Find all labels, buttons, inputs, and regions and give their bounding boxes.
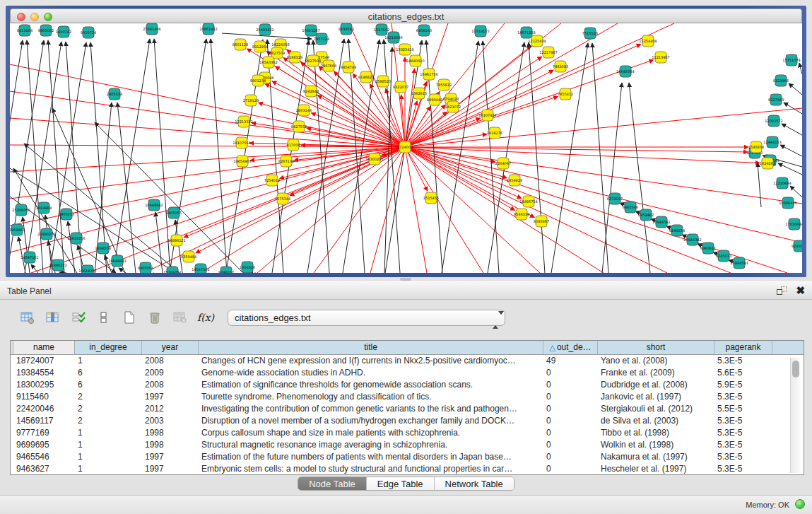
table-mode-icon[interactable] xyxy=(20,310,35,325)
graph-edge[interactable] xyxy=(778,163,802,175)
table-cell-title[interactable]: Investigating the contribution of common… xyxy=(199,403,543,415)
delete-column-icon[interactable] xyxy=(147,310,163,325)
table-cell-title[interactable]: Embryonic stem cells: a model to study s… xyxy=(199,463,543,475)
table-cell-in_degree[interactable]: 2 xyxy=(75,391,142,403)
network-canvas[interactable]: 8413104990505214007429055724276914062086… xyxy=(10,23,802,273)
graph-edge[interactable] xyxy=(211,39,227,273)
table-cell-in_degree[interactable]: 6 xyxy=(75,367,142,379)
table-cell-year[interactable]: 1997 xyxy=(142,451,199,463)
scrollbar-thumb[interactable] xyxy=(792,361,799,378)
graph-edge[interactable] xyxy=(259,103,405,147)
graph-edge[interactable] xyxy=(385,40,422,273)
delete-table-icon[interactable] xyxy=(172,310,188,325)
table-cell-in_degree[interactable]: 2 xyxy=(75,403,142,415)
table-cell-year[interactable]: 1997 xyxy=(142,391,199,403)
table-cell-short[interactable]: Yano et al. (2008) xyxy=(598,355,714,367)
table-cell-year[interactable]: 2012 xyxy=(142,403,199,415)
new-column-icon[interactable] xyxy=(122,310,137,325)
table-cell-in_degree[interactable]: 6 xyxy=(75,379,142,391)
table-cell-pagerank[interactable]: 5.5E-5 xyxy=(714,403,772,415)
table-cell-short[interactable]: Hescheler et al. (1997) xyxy=(598,463,714,475)
table-cell-pagerank[interactable]: 5.3E-5 xyxy=(714,391,772,403)
table-cell-pagerank[interactable]: 5.6E-5 xyxy=(714,367,772,379)
graph-edge[interactable] xyxy=(405,69,415,147)
table-cell-title[interactable]: Estimation of the future numbers of pati… xyxy=(199,451,543,463)
graph-edge[interactable] xyxy=(483,41,499,273)
table-cell-year[interactable]: 2008 xyxy=(142,355,199,367)
graph-edge[interactable] xyxy=(10,118,405,147)
table-cell-name[interactable]: 9465546 xyxy=(13,451,75,463)
column-header-out_de[interactable]: △out_de… xyxy=(543,341,598,354)
table-cell-out_de[interactable]: 0 xyxy=(543,463,598,475)
table-cell-in_degree[interactable]: 1 xyxy=(75,439,142,451)
graph-edge[interactable] xyxy=(317,95,405,147)
table-cell-title[interactable]: Estimation of significance thresholds fo… xyxy=(199,379,543,391)
table-cell-year[interactable]: 1997 xyxy=(142,463,199,475)
column-header-title[interactable]: title xyxy=(199,341,543,354)
graph-edge[interactable] xyxy=(27,40,43,273)
table-cell-pagerank[interactable]: 5.3E-5 xyxy=(714,451,772,463)
network-window-titlebar[interactable]: citations_edges.txt xyxy=(10,8,802,23)
table-cell-in_degree[interactable]: 1 xyxy=(75,463,142,475)
column-header-in_degree[interactable]: in_degree xyxy=(75,341,142,354)
graph-edge[interactable] xyxy=(790,186,802,197)
graph-edge[interactable] xyxy=(265,84,405,147)
graph-edge[interactable] xyxy=(201,147,405,273)
table-cell-short[interactable]: de Silva et al. (2003) xyxy=(598,415,714,427)
panel-splitter-handle[interactable] xyxy=(400,278,411,281)
graph-edge[interactable] xyxy=(10,40,23,273)
table-cell-out_de[interactable]: 0 xyxy=(543,415,598,427)
graph-edge[interactable] xyxy=(59,272,66,273)
table-cell-name[interactable]: 18724007 xyxy=(13,355,75,367)
function-builder-icon[interactable]: f(x) xyxy=(198,310,213,325)
graph-edge[interactable] xyxy=(629,83,650,273)
table-cell-in_degree[interactable]: 1 xyxy=(75,451,142,463)
column-header-year[interactable]: year xyxy=(142,341,199,354)
table-cell-short[interactable]: Stergiakouli et al. (2012) xyxy=(598,403,714,415)
table-cell-in_degree[interactable]: 2 xyxy=(75,415,142,427)
table-cell-name[interactable]: 14569117 xyxy=(13,415,75,427)
table-cell-out_de[interactable]: 0 xyxy=(543,427,598,439)
table-cell-title[interactable]: Corpus callosum shape and size in male p… xyxy=(199,427,543,439)
tab-node-table[interactable]: Node Table xyxy=(298,477,367,490)
graph-edge[interactable] xyxy=(113,39,150,273)
graph-edge[interactable] xyxy=(782,124,802,135)
table-cell-name[interactable]: 22420046 xyxy=(13,403,75,415)
table-cell-pagerank[interactable]: 5.3E-5 xyxy=(714,427,772,439)
table-selector-dropdown[interactable]: citations_edges.txt xyxy=(228,310,505,326)
row-select-icon[interactable] xyxy=(71,310,86,325)
graph-edge[interactable] xyxy=(10,91,405,147)
graph-edge[interactable] xyxy=(799,63,802,74)
table-cell-out_de[interactable]: 0 xyxy=(543,379,598,391)
table-cell-pagerank[interactable]: 5.3E-5 xyxy=(714,463,772,475)
float-panel-icon[interactable] xyxy=(777,286,787,296)
vertical-scrollbar[interactable] xyxy=(790,358,801,473)
graph-edge[interactable] xyxy=(90,42,107,273)
graph-edge[interactable] xyxy=(370,147,405,273)
table-cell-short[interactable]: Tibbo et al. (1998) xyxy=(598,427,714,439)
table-cell-out_de[interactable]: 0 xyxy=(543,451,598,463)
table-cell-short[interactable]: Dudbridge et al. (2008) xyxy=(598,379,714,391)
table-cell-year[interactable]: 2009 xyxy=(142,367,199,379)
table-cell-in_degree[interactable]: 1 xyxy=(75,355,142,367)
table-cell-out_de[interactable]: 0 xyxy=(543,367,598,379)
column-header-short[interactable]: short xyxy=(598,341,714,354)
table-cell-year[interactable]: 1998 xyxy=(142,439,199,451)
close-panel-icon[interactable]: ✖ xyxy=(796,284,805,297)
table-cell-title[interactable]: Changes of HCN gene expression and I(f) … xyxy=(199,355,543,367)
column-header-name[interactable]: name xyxy=(13,341,75,354)
table-cell-pagerank[interactable]: 5.3E-5 xyxy=(714,415,772,427)
table-cell-pagerank[interactable]: 5.3E-5 xyxy=(714,439,772,451)
graph-edge[interactable] xyxy=(789,83,802,95)
graph-edge[interactable] xyxy=(257,147,405,273)
table-cell-pagerank[interactable]: 5.9E-5 xyxy=(714,379,772,391)
table-cell-short[interactable]: Jankovic et al. (1997) xyxy=(598,391,714,403)
table-cell-out_de[interactable]: 0 xyxy=(543,403,598,415)
graph-edge[interactable] xyxy=(68,221,75,273)
toggle-rows-icon[interactable] xyxy=(96,310,112,325)
table-cell-name[interactable]: 9115460 xyxy=(13,391,75,403)
table-cell-title[interactable]: Tourette syndrome. Phenomenology and cla… xyxy=(199,391,543,403)
graph-edge[interactable] xyxy=(405,147,427,273)
tab-network-table[interactable]: Network Table xyxy=(435,477,514,490)
tab-edge-table[interactable]: Edge Table xyxy=(367,477,435,490)
